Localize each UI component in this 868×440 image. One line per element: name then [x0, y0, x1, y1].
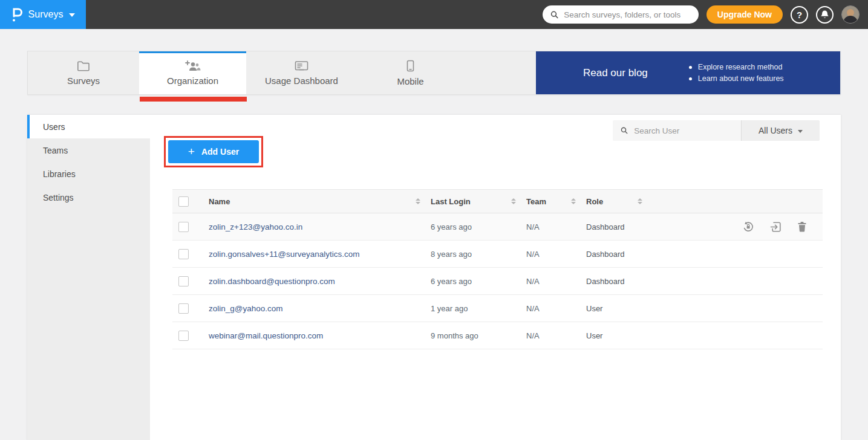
users-content: + Add User All Users: [150, 115, 841, 440]
mobile-icon: [406, 60, 414, 72]
search-user-input[interactable]: [634, 126, 733, 135]
topbar: Surveys Upgrade Now ?: [0, 0, 868, 29]
blog-promo-panel[interactable]: Read our blog Explore research method Le…: [536, 51, 840, 94]
tab-surveys[interactable]: Surveys: [28, 51, 139, 94]
user-email-link[interactable]: zolin_g@yahoo.com: [209, 304, 283, 313]
sort-icon[interactable]: [416, 198, 420, 204]
sidebar-item-users[interactable]: Users: [27, 115, 150, 138]
tab-organization[interactable]: Organization: [139, 51, 246, 94]
sidebar-item-teams[interactable]: Teams: [27, 138, 150, 162]
add-user-button[interactable]: + Add User: [168, 140, 259, 163]
product-label: Surveys: [28, 9, 64, 20]
sidebar-item-label: Users: [43, 122, 65, 132]
annotation-highlight-organization-tab: [140, 97, 247, 102]
user-email-link[interactable]: webinar@mail.questionpro.com: [209, 331, 323, 340]
sort-icon[interactable]: [511, 198, 516, 204]
bullet-dot-icon: [689, 66, 692, 69]
row-checkbox[interactable]: [178, 303, 189, 314]
column-header-name: Name: [200, 197, 428, 206]
blog-bullet: Learn about new features: [689, 74, 784, 83]
team-cell: N/A: [524, 304, 584, 313]
questionpro-logo-icon: [11, 7, 22, 22]
row-actions: [650, 221, 823, 233]
blog-bullet-text: Learn about new features: [698, 74, 784, 83]
dashboard-icon: [295, 60, 308, 71]
table-row: zolin_g@yahoo.com 1 year ago N/A User: [172, 295, 823, 322]
sort-icon[interactable]: [638, 198, 642, 204]
role-cell: User: [584, 304, 650, 313]
bell-icon: [820, 10, 829, 19]
blog-bullet: Explore research method: [689, 63, 784, 71]
table-row: webinar@mail.questionpro.com 9 months ag…: [172, 322, 823, 349]
role-cell: Dashboard: [584, 250, 650, 259]
upgrade-now-button[interactable]: Upgrade Now: [706, 5, 783, 24]
blog-panel-title: Read our blog: [583, 67, 648, 79]
search-icon: [550, 10, 559, 19]
table-row: zolin_z+123@yahoo.co.in 6 years ago N/A …: [172, 213, 823, 241]
folder-icon: [77, 60, 90, 71]
avatar-photo: [842, 6, 859, 23]
column-label: Team: [526, 197, 546, 206]
role-cell: Dashboard: [584, 277, 650, 286]
team-cell: N/A: [524, 277, 584, 286]
users-table: Name Last Login Team Role: [172, 189, 823, 349]
column-label: Last Login: [431, 197, 471, 206]
header-checkbox-cell: [172, 196, 200, 207]
tab-label: Usage Dashboard: [265, 76, 338, 86]
users-table-header: Name Last Login Team Role: [172, 189, 823, 213]
product-switcher[interactable]: Surveys: [0, 0, 86, 29]
delete-icon[interactable]: [797, 221, 807, 232]
last-login-cell: 6 years ago: [428, 222, 524, 231]
last-login-cell: 6 years ago: [428, 277, 524, 286]
global-search-input[interactable]: [564, 10, 690, 19]
user-filter-label: All Users: [759, 126, 792, 135]
sidebar-item-libraries[interactable]: Libraries: [27, 162, 150, 186]
tab-usage-dashboard[interactable]: Usage Dashboard: [246, 51, 357, 94]
row-checkbox[interactable]: [178, 249, 189, 259]
table-row: zolin.dashboard@questionpro.com 6 years …: [172, 268, 823, 295]
column-label: Name: [209, 197, 230, 206]
chevron-down-icon: [69, 13, 75, 17]
help-button[interactable]: ?: [791, 6, 808, 24]
sidebar-item-label: Settings: [43, 193, 74, 202]
select-all-checkbox[interactable]: [178, 196, 189, 207]
row-checkbox[interactable]: [178, 331, 189, 341]
role-cell: User: [584, 331, 650, 340]
organization-panel: Users Teams Libraries Settings + Add Use…: [27, 115, 841, 440]
add-group-icon: [185, 60, 201, 71]
plus-icon: +: [188, 146, 195, 157]
tab-label: Mobile: [397, 76, 423, 86]
table-row: zolin.gonsalves+11@surveyanalytics.com 8…: [172, 241, 823, 268]
user-list-controls: All Users: [613, 120, 820, 141]
chevron-down-icon: [798, 130, 803, 133]
tab-label: Organization: [167, 76, 218, 86]
search-icon: [621, 126, 628, 135]
user-avatar[interactable]: [841, 5, 860, 24]
sort-icon[interactable]: [571, 198, 576, 204]
user-filter-dropdown[interactable]: All Users: [741, 120, 820, 141]
column-label: Role: [586, 197, 603, 206]
user-email-link[interactable]: zolin.gonsalves+11@surveyanalytics.com: [209, 250, 359, 259]
row-checkbox[interactable]: [178, 222, 189, 232]
blog-bullet-list: Explore research method Learn about new …: [689, 60, 784, 86]
sidebar-item-settings[interactable]: Settings: [27, 186, 150, 209]
tab-mobile[interactable]: Mobile: [357, 51, 464, 94]
notifications-button[interactable]: [816, 6, 834, 24]
sidebar-item-label: Libraries: [43, 169, 76, 179]
user-email-link[interactable]: zolin.dashboard@questionpro.com: [209, 277, 335, 286]
user-email-link[interactable]: zolin_z+123@yahoo.co.in: [209, 222, 302, 231]
bullet-dot-icon: [689, 77, 692, 80]
module-tab-bar: Surveys Organization Usage Dashboard Mob…: [27, 51, 841, 95]
team-cell: N/A: [524, 222, 584, 231]
last-login-cell: 8 years ago: [428, 250, 524, 259]
team-cell: N/A: [524, 331, 584, 340]
global-search: [543, 5, 699, 24]
reset-password-icon[interactable]: [742, 221, 754, 233]
add-user-label: Add User: [201, 147, 239, 157]
row-checkbox[interactable]: [178, 276, 189, 286]
role-cell: Dashboard: [584, 222, 650, 231]
search-user-box: [613, 120, 741, 141]
column-header-role: Role: [584, 197, 650, 206]
login-as-icon[interactable]: [770, 221, 782, 233]
team-cell: N/A: [524, 250, 584, 259]
